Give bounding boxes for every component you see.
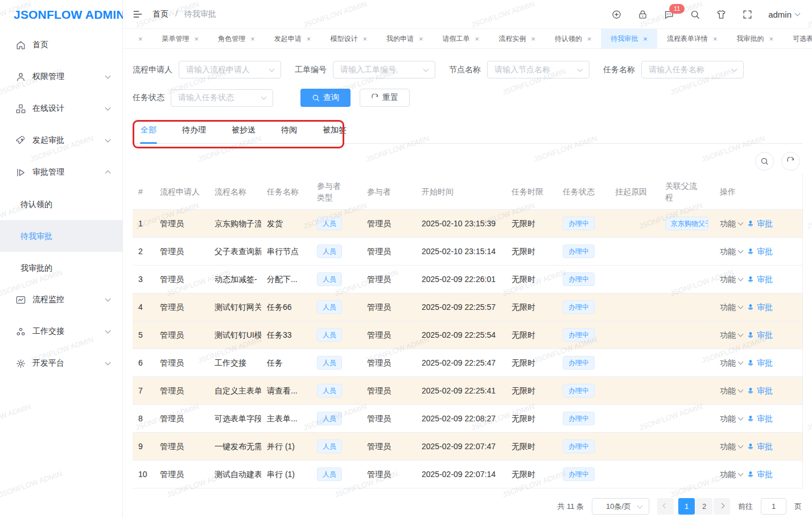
status-tab-2[interactable]: 被抄送 xyxy=(231,117,256,143)
close-tab-icon[interactable]: × xyxy=(769,35,774,43)
sidebar-item-6[interactable]: 工作交接 xyxy=(0,316,122,347)
row-approve-link[interactable]: 审批 xyxy=(747,273,773,285)
user-menu[interactable]: admin xyxy=(768,10,799,19)
page-tab-12[interactable]: 可选表单× xyxy=(783,29,812,48)
search-icon[interactable] xyxy=(690,9,700,20)
row-approve-link[interactable]: 审批 xyxy=(747,246,773,257)
breadcrumb-home[interactable]: 首页 xyxy=(152,9,168,18)
row-approve-link[interactable]: 审批 xyxy=(747,357,773,368)
fullscreen-icon[interactable] xyxy=(742,9,753,20)
message-icon[interactable]: 11 xyxy=(663,9,674,20)
status-tag: 办理中 xyxy=(563,245,595,258)
sidebar-item-0[interactable]: 首页 xyxy=(0,29,122,61)
guide-icon[interactable] xyxy=(611,9,622,20)
row-approve-link[interactable]: 审批 xyxy=(747,329,773,341)
collapse-menu-icon[interactable] xyxy=(132,9,143,20)
cell-num: 5 xyxy=(133,329,154,341)
close-tab-icon[interactable]: × xyxy=(307,35,311,43)
page-size-select[interactable]: 10条/页 xyxy=(592,498,649,515)
page-tab-7[interactable]: 流程实例× xyxy=(489,29,545,48)
page-button-1[interactable]: 1 xyxy=(678,498,695,515)
reset-button[interactable]: 重置 xyxy=(360,89,410,107)
stamp-icon xyxy=(747,442,755,450)
close-tab-icon[interactable]: × xyxy=(250,35,255,43)
close-tab-icon[interactable]: × xyxy=(531,35,535,43)
search-button[interactable]: 查询 xyxy=(300,89,351,107)
page-tab-0[interactable]: × xyxy=(129,29,152,48)
close-tab-icon[interactable]: × xyxy=(643,35,648,43)
sidebar-subitem-4-1[interactable]: 待我审批 xyxy=(0,220,122,252)
row-more-dropdown[interactable]: 功能 xyxy=(720,246,743,257)
parent-process-tag[interactable]: 京东购物父子流 xyxy=(665,217,708,230)
row-more-dropdown[interactable]: 功能 xyxy=(720,301,743,313)
prev-page-button[interactable] xyxy=(657,498,674,515)
row-more-dropdown[interactable]: 功能 xyxy=(720,469,743,480)
sidebar-item-7[interactable]: 开发平台 xyxy=(0,347,122,379)
cell-participant: 管理员 xyxy=(361,273,416,285)
theme-icon[interactable] xyxy=(716,9,727,20)
row-more-dropdown[interactable]: 功能 xyxy=(720,385,743,396)
user-icon xyxy=(15,72,26,82)
page-button-2[interactable]: 2 xyxy=(696,498,712,515)
row-approve-link[interactable]: 审批 xyxy=(747,469,773,480)
page-tab-4[interactable]: 模型设计× xyxy=(320,29,377,48)
close-tab-icon[interactable]: × xyxy=(138,35,143,43)
close-tab-icon[interactable]: × xyxy=(362,35,367,43)
row-approve-link[interactable]: 审批 xyxy=(747,301,773,313)
lock-icon[interactable] xyxy=(637,9,648,20)
status-tab-3[interactable]: 待阅 xyxy=(281,117,298,143)
table-search-icon[interactable] xyxy=(755,152,774,171)
row-approve-link[interactable]: 审批 xyxy=(747,441,773,452)
row-more-dropdown[interactable]: 功能 xyxy=(720,357,743,368)
row-more-dropdown[interactable]: 功能 xyxy=(720,329,743,341)
row-more-dropdown[interactable]: 功能 xyxy=(720,273,743,285)
goto-page-input[interactable] xyxy=(761,498,786,515)
cell-start: 2025-02-10 23:15:39 xyxy=(416,218,506,229)
filter-select-3[interactable]: 请输入任务名称 xyxy=(641,61,744,78)
row-more-label: 功能 xyxy=(720,329,736,341)
page-tab-9[interactable]: 待我审批× xyxy=(601,29,657,48)
page-tab-1[interactable]: 菜单管理× xyxy=(152,29,209,48)
close-tab-icon[interactable]: × xyxy=(195,35,199,43)
status-tag: 办理中 xyxy=(563,412,595,425)
message-badge: 11 xyxy=(669,4,685,14)
row-approve-link[interactable]: 审批 xyxy=(747,413,773,424)
page-tab-10[interactable]: 流程表单详情× xyxy=(657,29,727,48)
page-tab-3[interactable]: 发起申请× xyxy=(265,29,321,48)
filter-select-2[interactable]: 请输入节点名称 xyxy=(487,61,590,78)
sidebar-subitem-4-2[interactable]: 我审批的 xyxy=(0,252,122,284)
next-page-button[interactable] xyxy=(714,498,730,515)
row-more-dropdown[interactable]: 功能 xyxy=(720,413,743,424)
row-more-dropdown[interactable]: 功能 xyxy=(720,218,743,229)
sidebar-item-1[interactable]: 权限管理 xyxy=(0,61,122,93)
status-tag: 办理中 xyxy=(563,300,595,314)
select-placeholder: 请输入流程申请人 xyxy=(186,65,250,75)
close-tab-icon[interactable]: × xyxy=(475,35,480,43)
page-tab-8[interactable]: 待认领的× xyxy=(545,29,601,48)
sidebar-item-5[interactable]: 流程监控 xyxy=(0,284,122,316)
page-tab-6[interactable]: 请假工单× xyxy=(433,29,489,48)
status-tab-4[interactable]: 被加签 xyxy=(322,117,347,143)
close-tab-icon[interactable]: × xyxy=(419,35,423,43)
filter-select-1[interactable]: 请输入工单编号 xyxy=(333,61,435,78)
status-tab-1[interactable]: 待办理 xyxy=(182,117,207,143)
sidebar-subitem-4-0[interactable]: 待认领的 xyxy=(0,188,122,220)
row-approve-link[interactable]: 审批 xyxy=(747,218,773,229)
row-approve-link[interactable]: 审批 xyxy=(747,385,773,396)
close-tab-icon[interactable]: × xyxy=(713,35,718,43)
filter-select-0[interactable]: 请输入流程申请人 xyxy=(179,61,281,78)
sidebar-item-2[interactable]: 在线设计 xyxy=(0,93,122,125)
row-more-dropdown[interactable]: 功能 xyxy=(720,441,743,452)
page-tab-2[interactable]: 角色管理× xyxy=(208,29,265,48)
page-tab-11[interactable]: 我审批的× xyxy=(727,29,784,48)
table-refresh-icon[interactable] xyxy=(781,152,800,171)
page-tab-5[interactable]: 我的申请× xyxy=(377,29,433,48)
filter-select-4[interactable]: 请输入任务状态 xyxy=(171,89,273,107)
cell-start: 2025-02-09 22:25:54 xyxy=(416,329,506,341)
sidebar-item-3[interactable]: 发起审批 xyxy=(0,125,122,156)
cell-participant: 管理员 xyxy=(361,246,416,257)
sidebar-item-label: 工作交接 xyxy=(32,326,106,337)
sidebar-item-4[interactable]: 审批管理 xyxy=(0,156,122,188)
status-tab-0[interactable]: 全部 xyxy=(140,117,157,143)
close-tab-icon[interactable]: × xyxy=(587,35,592,43)
